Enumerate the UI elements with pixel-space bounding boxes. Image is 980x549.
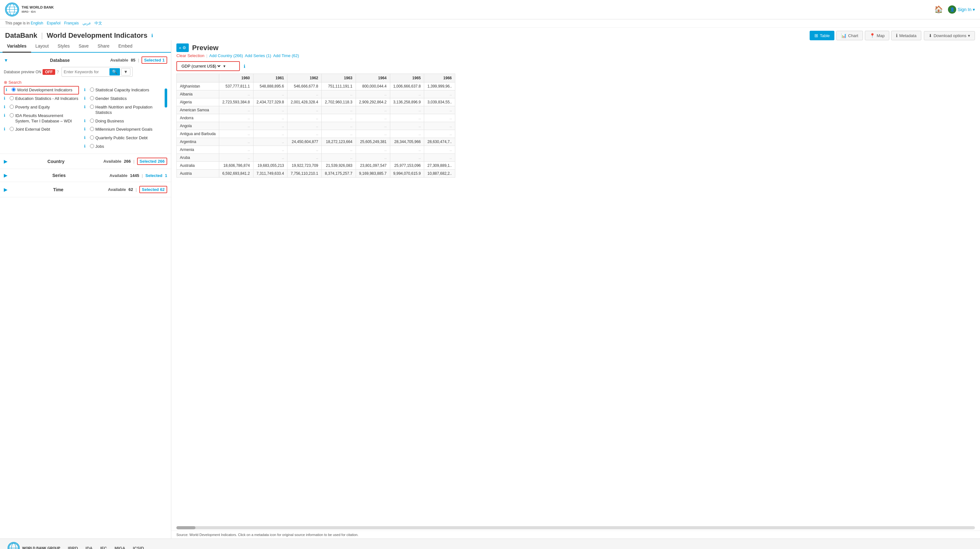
clear-selection-button[interactable]: Clear Selection xyxy=(177,53,204,58)
subtab-styles[interactable]: Styles xyxy=(53,40,74,52)
lang-espanol[interactable]: Español xyxy=(47,21,60,25)
table-row[interactable]: Algeria2,723,593,384.82,434,727,329.82,0… xyxy=(177,98,455,106)
table-row[interactable]: Aruba.............. xyxy=(177,154,455,162)
db-item-wdi[interactable]: ℹ World Development Indicators xyxy=(4,86,79,95)
table-row[interactable]: Australia18,606,786,87419,683,055,21319,… xyxy=(177,162,455,170)
db-item-jed[interactable]: ℹ Joint External Debt xyxy=(4,125,79,134)
country-cell: Andorra xyxy=(177,114,219,122)
toggle-off-button[interactable]: OFF xyxy=(43,69,55,75)
table-row[interactable]: Afghanistan537,777,811.1548,888,895.6546… xyxy=(177,83,455,90)
table-row[interactable]: American Samoa.............. xyxy=(177,106,455,114)
download-options-button[interactable]: ⬇ Download options ▾ xyxy=(924,31,975,40)
db-radio-wdi[interactable] xyxy=(11,87,16,92)
preview-help-icon[interactable]: ? xyxy=(56,70,59,75)
db-item-sci[interactable]: ℹ Statistical Capacity Indicators xyxy=(84,86,159,95)
db-item-education[interactable]: ℹ Education Statistics - All Indicators xyxy=(4,95,79,103)
db-radio-edu[interactable] xyxy=(10,96,14,100)
lang-arabic[interactable]: عربي xyxy=(83,21,91,25)
db-info-icon-wdi[interactable]: ℹ xyxy=(6,87,10,93)
db-item-doing[interactable]: ℹ Doing Business xyxy=(84,117,159,125)
db-item-health[interactable]: ℹ Health Nutrition and Population Statis… xyxy=(84,103,159,117)
db-radio-sci[interactable] xyxy=(90,87,94,92)
header-right: 🏠 👤 Sign In ▾ xyxy=(934,5,975,14)
tab-chart[interactable]: 📊 Chart xyxy=(836,31,863,40)
db-item-mdg[interactable]: ℹ Millennium Development Goals xyxy=(84,125,159,134)
value-cell: 7,311,749,633.4 xyxy=(253,170,288,178)
preview-gear-button[interactable]: « ⚙ xyxy=(177,43,189,52)
db-info-icon-edu[interactable]: ℹ xyxy=(4,96,8,101)
table-row[interactable]: Antigua and Barbuda.............. xyxy=(177,130,455,138)
footer-link-ibrd[interactable]: IBRD xyxy=(68,546,78,549)
db-info-icon-qpsd[interactable]: ℹ xyxy=(84,135,89,141)
db-item-jobs[interactable]: ℹ Jobs xyxy=(84,143,159,151)
db-info-icon-jobs[interactable]: ℹ xyxy=(84,144,89,149)
search-link[interactable]: ⊗ Search xyxy=(4,79,167,86)
lang-francais[interactable]: Français xyxy=(64,21,79,25)
table-row[interactable]: Angola.............. xyxy=(177,122,455,130)
db-info-icon-gender[interactable]: ℹ xyxy=(84,96,89,101)
db-item-poverty[interactable]: ℹ Poverty and Equity xyxy=(4,103,79,112)
db-radio-qpsd[interactable] xyxy=(90,135,94,140)
subtab-layout[interactable]: Layout xyxy=(31,40,53,52)
col-1962: 1962 xyxy=(288,74,322,83)
table-row[interactable]: Armenia.............. xyxy=(177,146,455,154)
db-info-icon-sci[interactable]: ℹ xyxy=(84,87,89,93)
db-info-icon-health[interactable]: ℹ xyxy=(84,105,89,110)
db-info-icon-ida[interactable]: ℹ xyxy=(4,113,8,118)
db-radio-mdg[interactable] xyxy=(90,127,94,131)
db-item-ida[interactable]: ℹ IDA Results Measurement System, Tier I… xyxy=(4,112,79,125)
db-info-icon-mdg[interactable]: ℹ xyxy=(84,127,89,132)
db-info-icon-poverty[interactable]: ℹ xyxy=(4,105,8,110)
footer-link-ifc[interactable]: IFC xyxy=(100,546,107,549)
db-item-qpsd[interactable]: ℹ Quarterly Public Sector Debt xyxy=(84,134,159,143)
table-row[interactable]: Albania.............. xyxy=(177,90,455,98)
tab-metadata[interactable]: ℹ Metadata xyxy=(891,31,921,40)
time-header[interactable]: ▶ Time Available 62 | Selected 62 xyxy=(4,185,167,194)
db-item-gender[interactable]: ℹ Gender Statistics xyxy=(84,95,159,103)
tab-table[interactable]: ⊞ Table xyxy=(810,31,834,40)
filter-button[interactable]: ▼ xyxy=(121,68,130,76)
subtab-embed[interactable]: Embed xyxy=(114,40,137,52)
keyword-search-button[interactable]: 🔍 xyxy=(110,68,120,76)
add-country-button[interactable]: Add Country (266) xyxy=(209,53,243,58)
table-row[interactable]: Austria6,592,693,841.27,311,749,633.47,7… xyxy=(177,170,455,178)
keyword-input-field[interactable] xyxy=(64,70,108,74)
db-info-icon-jed[interactable]: ℹ xyxy=(4,127,8,132)
db-title-info-icon[interactable]: ℹ xyxy=(151,33,153,38)
preview-header: « ⚙ Preview xyxy=(171,40,980,53)
table-row[interactable]: Andorra.............. xyxy=(177,114,455,122)
subtab-save[interactable]: Save xyxy=(74,40,93,52)
sign-in-button[interactable]: 👤 Sign In ▾ xyxy=(948,5,975,14)
subtab-share[interactable]: Share xyxy=(93,40,114,52)
gdp-select-input[interactable]: GDP (current US$) xyxy=(180,63,221,69)
db-info-icon-doing[interactable]: ℹ xyxy=(84,119,89,124)
footer-link-ida[interactable]: IDA xyxy=(86,546,93,549)
country-header[interactable]: ▶ Country Available 266 | Selected 266 xyxy=(4,156,167,166)
data-table-container[interactable]: 1960 1961 1962 1963 1964 1965 1966 Afgha… xyxy=(171,74,980,525)
footer-link-icsid[interactable]: ICSID xyxy=(133,546,144,549)
db-radio-jed[interactable] xyxy=(10,127,14,131)
db-radio-doing[interactable] xyxy=(90,119,94,123)
db-scrollbar[interactable] xyxy=(165,89,167,108)
db-radio-gender[interactable] xyxy=(90,96,94,100)
db-radio-health[interactable] xyxy=(90,105,94,109)
db-name-sci: Statistical Capacity Indicators xyxy=(95,87,150,93)
subtab-variables[interactable]: Variables xyxy=(3,40,31,52)
db-radio-poverty[interactable] xyxy=(10,105,14,109)
add-time-button[interactable]: Add Time (62) xyxy=(273,53,299,58)
gdp-dropdown[interactable]: GDP (current US$) ▾ xyxy=(177,61,240,71)
lang-english[interactable]: English xyxy=(31,21,43,25)
db-radio-jobs[interactable] xyxy=(90,144,94,148)
database-header[interactable]: ▼ Database Available 85 | Selected 1 xyxy=(4,55,167,65)
db-radio-ida[interactable] xyxy=(10,113,14,117)
value-cell: 548,888,895.6 xyxy=(253,83,288,90)
footer-link-miga[interactable]: MIGA xyxy=(115,546,125,549)
series-header[interactable]: ▶ Series Available 1445 | Selected 1 xyxy=(4,171,167,179)
add-series-button[interactable]: Add Series (1) xyxy=(245,53,271,58)
gdp-info-icon[interactable]: ℹ xyxy=(243,64,245,69)
table-row[interactable]: Argentina....24,450,604,87718,272,123,66… xyxy=(177,138,455,146)
lang-chinese[interactable]: 中文 xyxy=(95,21,102,25)
home-icon[interactable]: 🏠 xyxy=(934,5,943,14)
tab-map[interactable]: 📍 Map xyxy=(865,31,889,40)
table-horizontal-scrollbar[interactable] xyxy=(177,526,975,529)
